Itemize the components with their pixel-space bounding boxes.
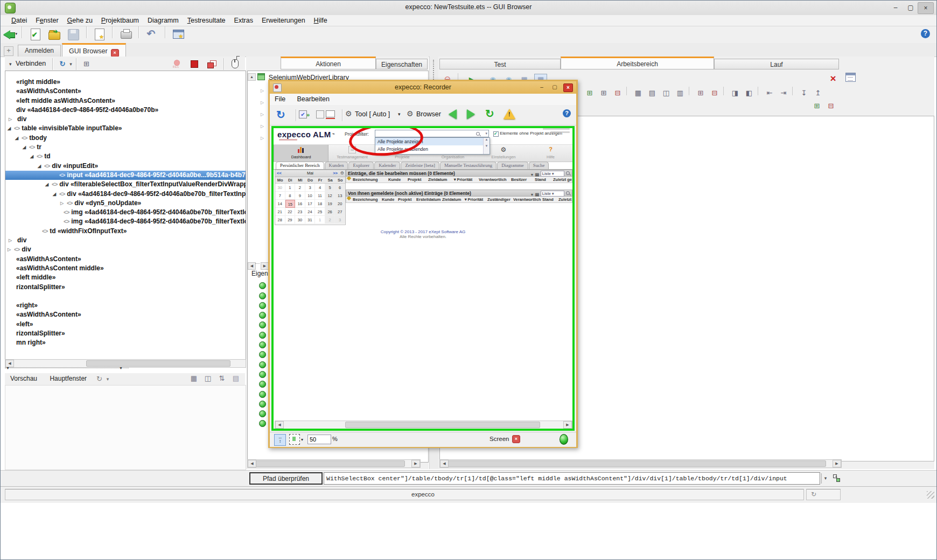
toolbar-icon[interactable]: ↧: [798, 88, 810, 99]
column-header[interactable]: Stand: [542, 197, 558, 203]
toolbar-icon[interactable]: ⇥: [778, 88, 789, 99]
open-icon[interactable]: ➜: [47, 27, 61, 41]
tree-row[interactable]: ◢<>td: [5, 152, 246, 161]
toolbar-icon[interactable]: [758, 87, 761, 95]
tree-row[interactable]: rizontalSplitter»: [5, 283, 246, 292]
toolbar-icon[interactable]: ⊞: [811, 101, 823, 111]
add-tab-button[interactable]: +: [4, 46, 13, 56]
column-header[interactable]: Bezeichnung: [353, 177, 388, 183]
toolbar-icon[interactable]: ⊞: [598, 88, 610, 99]
tool-selector-button[interactable]: Tool [ Auto ]: [355, 110, 390, 118]
new-window-icon[interactable]: ★: [93, 27, 107, 41]
scroll-up-button[interactable]: ▲: [248, 73, 256, 81]
menu-item[interactable]: Fenster: [31, 15, 62, 24]
tree-row[interactable]: ◢<>div «4ad46184-dec9-4864-95f2-d4046a0b…: [5, 190, 246, 199]
checkbox-icon[interactable]: ✔: [493, 131, 499, 137]
filter-icon[interactable]: ▼: [530, 193, 534, 197]
menu-item[interactable]: Hilfe: [310, 15, 332, 24]
column-header[interactable]: ▼Priorität: [464, 197, 487, 203]
menu-item[interactable]: Erweiterungen: [257, 15, 310, 24]
element-picker-icon[interactable]: [232, 59, 239, 68]
minimize-button[interactable]: –: [888, 2, 903, 13]
calendar-cell[interactable]: 1: [315, 216, 325, 224]
calendar-cell[interactable]: 26: [325, 208, 335, 216]
select-box-icon[interactable]: [316, 110, 324, 118]
calendar-cell[interactable]: 2: [325, 216, 335, 224]
filter-icon[interactable]: ▼: [530, 173, 534, 177]
preview-toolbar-icon[interactable]: ⇅: [216, 373, 228, 384]
column-header[interactable]: Bezeichnung: [353, 197, 382, 203]
xpath-field[interactable]: WithSelectBox center"]/table/tbody/tr[1]…: [324, 472, 820, 485]
mid-scroll-left[interactable]: ◀: [248, 262, 256, 270]
alm-tab[interactable]: Suche: [529, 162, 549, 169]
status-refresh-icon[interactable]: ↻: [811, 491, 816, 498]
toolbar-icon[interactable]: ⇤: [764, 88, 775, 99]
save-icon[interactable]: [66, 27, 80, 41]
calendar-cell[interactable]: 19: [325, 200, 335, 208]
calendar-cell[interactable]: 23: [295, 208, 305, 216]
screen-capture-icon[interactable]: ★: [171, 27, 185, 41]
calendar-cell[interactable]: 4: [315, 184, 325, 192]
layout-grid-icon[interactable]: ⊞: [81, 59, 92, 69]
preview-toolbar-icon[interactable]: ▤: [230, 373, 242, 384]
tree-row[interactable]: «left middle asWidthAsContent»: [5, 96, 246, 106]
menu-item[interactable]: Datei: [7, 15, 31, 24]
column-header[interactable]: Verantwortlich: [479, 177, 511, 183]
nav-forward-icon[interactable]: [467, 109, 475, 119]
column-header[interactable]: Verantwortlich: [513, 197, 542, 203]
workspace-hscrollbar[interactable]: ◀ ▶: [439, 459, 842, 468]
calendar-cell[interactable]: 30: [295, 216, 305, 224]
recorder-refresh-icon[interactable]: ↻: [276, 108, 285, 121]
tab-test[interactable]: Test: [439, 59, 561, 69]
page-hscrollbar[interactable]: ◀ ▶: [275, 421, 572, 429]
calendar-cell[interactable]: 22: [285, 208, 296, 216]
zoom-mode-icon[interactable]: [289, 434, 300, 445]
tree-row[interactable]: ▷div: [5, 236, 246, 245]
column-header[interactable]: Besitzer: [511, 177, 535, 183]
nav-back-icon[interactable]: [449, 109, 457, 119]
calendar-cell[interactable]: 31: [305, 216, 316, 224]
liste-select[interactable]: Liste ▾: [541, 171, 564, 177]
calendar-cell[interactable]: 29: [285, 216, 296, 224]
preview-toolbar-icon[interactable]: ◫: [202, 373, 214, 384]
menu-item[interactable]: Extras: [230, 15, 257, 24]
calendar-cell[interactable]: 17: [305, 200, 316, 208]
recorder-maximize-button[interactable]: ▢: [550, 83, 559, 91]
pfad-ueberpruefen-button[interactable]: Pfad überprüfen: [249, 472, 323, 485]
tree-row[interactable]: ▷<>div: [5, 245, 246, 254]
menu-item[interactable]: Testresultate: [183, 15, 230, 24]
tree-row[interactable]: [5, 292, 246, 301]
delete-icon[interactable]: ×: [830, 73, 836, 84]
toolbar-icon[interactable]: ▥: [674, 88, 686, 99]
tree-row[interactable]: ▷div: [5, 115, 246, 124]
maximize-button[interactable]: ▢: [903, 2, 918, 13]
calendar-cell[interactable]: 8: [285, 192, 296, 200]
path-dropdown-icon[interactable]: ▾: [821, 473, 829, 484]
nav-hilfe[interactable]: ? Hilfe: [529, 145, 572, 162]
back-button[interactable]: ▾: [2, 27, 16, 41]
toolbar-icon[interactable]: [626, 87, 630, 95]
nav-dashboard[interactable]: Dashboard: [274, 145, 328, 162]
tree-row[interactable]: <>img «4ad46184-dec9-4864-95f2-d4046a0be…: [5, 217, 246, 226]
alm-tab[interactable]: Persönlicher Bereich: [276, 162, 324, 169]
refresh-dropdown-icon[interactable]: ▾: [69, 61, 72, 67]
tree-row[interactable]: «left»: [5, 320, 246, 329]
calendar-cell[interactable]: 3: [305, 184, 316, 192]
tab-gui-browser[interactable]: GUI Browser×: [62, 43, 126, 58]
calendar-cell[interactable]: 20: [335, 200, 345, 208]
alm-tab[interactable]: Explorer: [348, 162, 374, 169]
tab-hauptfenster[interactable]: Hauptfenster: [44, 373, 92, 384]
tree-row[interactable]: ▷<>div «dyn5_noUpdate»: [5, 199, 246, 208]
tree-row[interactable]: ◢<>tr: [5, 143, 246, 152]
resize-grip[interactable]: [927, 491, 934, 499]
refresh-icon[interactable]: ↻: [57, 59, 68, 69]
zoom-level-input[interactable]: [307, 435, 331, 444]
alm-tab[interactable]: Manuelle Testausführung: [440, 162, 497, 169]
mid-scroll-right[interactable]: ▶: [261, 262, 269, 270]
alm-tab[interactable]: Kalender: [374, 162, 400, 169]
recorder-close-button[interactable]: ×: [563, 83, 573, 92]
column-header[interactable]: Kunde: [382, 197, 398, 203]
column-header[interactable]: Zuletzt geändert: [558, 197, 572, 203]
tree-row[interactable]: ◢<>div «filterableSelectBox_filterTextIn…: [5, 180, 246, 189]
calendar-cell[interactable]: 11: [315, 192, 325, 200]
